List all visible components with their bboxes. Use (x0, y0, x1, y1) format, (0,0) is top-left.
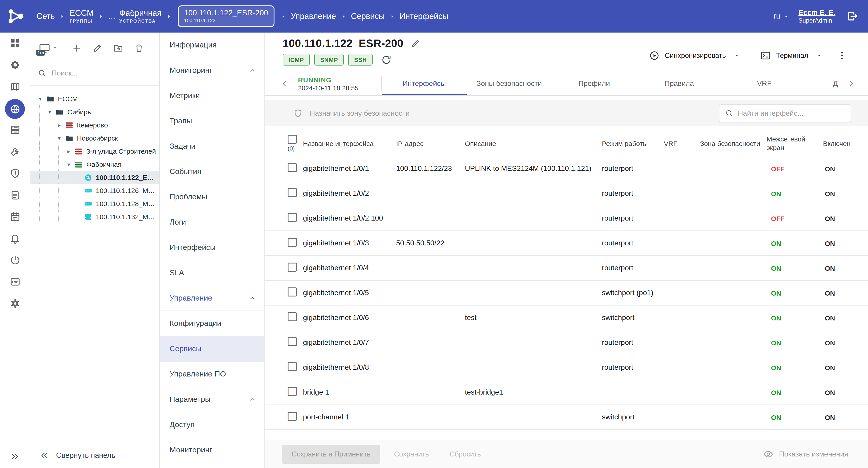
breadcrumb-network[interactable]: Сеть (37, 12, 55, 21)
power-rail-button[interactable] (5, 251, 25, 269)
reset-button[interactable]: Сбросить (442, 444, 488, 464)
menu-item[interactable]: Управление ПО (160, 362, 264, 387)
language-selector[interactable]: ru (774, 12, 788, 21)
row-checkbox[interactable] (288, 337, 297, 346)
cell-name: gigabitethernet 1/0/3 (303, 239, 396, 247)
row-checkbox[interactable] (288, 263, 297, 272)
more-actions-button[interactable] (834, 47, 850, 64)
tab[interactable]: Зоны безопасности (467, 72, 552, 95)
tree-node[interactable]: ▸Кемерово (30, 119, 159, 132)
tree-node[interactable]: ▾Новосибирск (30, 132, 159, 145)
breadcrumb-services[interactable]: Сервисы (351, 12, 384, 21)
breadcrumb-current-device[interactable]: 100.110.1.122_ESR-200 100.110.1.122 (178, 5, 275, 27)
synchronize-menu-button[interactable] (730, 48, 744, 63)
menu-item[interactable]: Логи (160, 210, 264, 235)
row-checkbox[interactable] (288, 188, 297, 197)
tree-node[interactable]: 100.110.1.122_ESR (30, 171, 159, 184)
tree-search-input[interactable] (52, 69, 152, 77)
incidents-rail-button[interactable] (5, 56, 25, 74)
menu-item[interactable]: SLA (160, 260, 264, 286)
menu-item[interactable]: Метрики (160, 83, 264, 108)
tree-node[interactable]: ▾Фабричная (30, 158, 159, 171)
menu-item[interactable]: Интерфейсы (160, 235, 264, 260)
menu-item[interactable]: Информация (160, 33, 264, 58)
logout-button[interactable] (845, 9, 859, 23)
network-rail-button[interactable] (5, 99, 25, 119)
menu-item[interactable]: Сервисы (160, 336, 264, 362)
breadcrumb-management[interactable]: Управление (291, 12, 336, 21)
menu-item[interactable]: Доступ (160, 412, 264, 437)
select-all-checkbox[interactable] (288, 135, 297, 144)
tree-node[interactable]: 100.110.1.128_MES (30, 197, 159, 210)
collapse-panel-button[interactable]: Свернуть панель (30, 443, 159, 468)
breadcrumb-devices-group[interactable]: Фабричная устройства (119, 9, 161, 24)
menu-item[interactable]: Проблемы (160, 185, 264, 210)
terminal-button[interactable]: Терминал (756, 46, 812, 64)
device-switch-icon (84, 199, 93, 208)
menu-section-header[interactable]: Параметры (160, 387, 264, 412)
row-checkbox[interactable] (288, 163, 297, 172)
menu-item[interactable]: Конфигурации (160, 311, 264, 336)
row-checkbox[interactable] (288, 238, 297, 247)
tabs-scroll-right-button[interactable] (842, 72, 860, 95)
tab[interactable]: Д (807, 72, 842, 95)
tabs-scroll-left-button[interactable] (276, 72, 292, 95)
dashboard-rail-button[interactable] (5, 34, 25, 52)
row-checkbox[interactable] (288, 213, 297, 222)
tools-rail-button[interactable] (5, 142, 25, 161)
inventory-rail-button[interactable] (5, 121, 25, 139)
tree-node[interactable]: 100.110.1.126_MES (30, 184, 159, 197)
tab[interactable]: Правила (637, 72, 722, 95)
eccm-logo-icon[interactable] (5, 6, 26, 27)
row-checkbox[interactable] (288, 412, 297, 421)
show-changes-button[interactable]: Показать изменения (763, 448, 848, 459)
move-button[interactable] (108, 38, 127, 57)
tab[interactable]: Интерфейсы (382, 72, 467, 95)
refresh-status-button[interactable] (381, 54, 392, 65)
user-menu[interactable]: Eccm E. E. SuperAdmin (798, 8, 835, 25)
row-checkbox[interactable] (288, 288, 297, 297)
edit-button[interactable] (88, 38, 107, 57)
save-apply-button[interactable]: Сохранить и Применить (282, 444, 380, 464)
map-rail-button[interactable] (5, 77, 25, 95)
row-checkbox[interactable] (288, 312, 297, 321)
breadcrumb-group[interactable]: ЕССМ группы (70, 9, 94, 24)
notifications-rail-button[interactable] (5, 229, 25, 247)
menu-section-header[interactable]: Мониторинг (160, 58, 264, 83)
synchronize-button[interactable]: Синхронизировать (645, 46, 730, 64)
menu-section-header[interactable]: Управление (160, 286, 264, 311)
poll-interval-button[interactable]: 1m (37, 40, 59, 56)
delete-button[interactable] (129, 38, 148, 57)
breadcrumb-collapsed[interactable]: ... (108, 12, 115, 21)
tasks-rail-button[interactable] (5, 186, 25, 204)
calendar-rail-button[interactable] (5, 207, 25, 226)
tree-node[interactable]: ▾ЕССМ (30, 92, 159, 105)
row-checkbox[interactable] (288, 387, 297, 396)
expander-icon[interactable]: ▾ (36, 96, 45, 102)
settings-rail-button[interactable] (5, 294, 25, 312)
tree-node[interactable]: 100.110.1.132_MES (30, 210, 159, 223)
logs-rail-button[interactable]: LOG (5, 272, 25, 291)
terminal-menu-button[interactable] (812, 48, 827, 63)
add-button[interactable] (67, 38, 86, 57)
security-rail-button[interactable] (5, 164, 25, 182)
tree-node[interactable]: ▸3-я улица Строителей (30, 145, 159, 158)
menu-item[interactable]: События (160, 159, 264, 185)
tab[interactable]: VRF (722, 72, 807, 95)
edit-title-button[interactable] (411, 38, 421, 48)
menu-item[interactable]: Задачи (160, 134, 264, 159)
tree-node[interactable]: ▾Сибирь (30, 105, 159, 119)
tree-node-label: 3-я улица Строителей (86, 147, 159, 155)
tab[interactable]: Профили (552, 72, 637, 95)
interface-search-input[interactable] (738, 109, 845, 117)
save-button[interactable]: Сохранить (387, 444, 436, 464)
menu-item[interactable]: Мониторинг (160, 437, 264, 463)
expand-rail-button[interactable] (6, 447, 24, 465)
assign-zone-button[interactable]: Назначить зону безопасности (293, 108, 410, 118)
tree-node-label: Новосибирск (77, 134, 121, 142)
row-select-cell (288, 337, 303, 348)
menu-item[interactable]: Трапы (160, 108, 264, 134)
breadcrumb-interfaces[interactable]: Интерфейсы (400, 12, 448, 21)
row-checkbox[interactable] (288, 362, 297, 371)
menu-section-label: Мониторинг (169, 66, 212, 75)
